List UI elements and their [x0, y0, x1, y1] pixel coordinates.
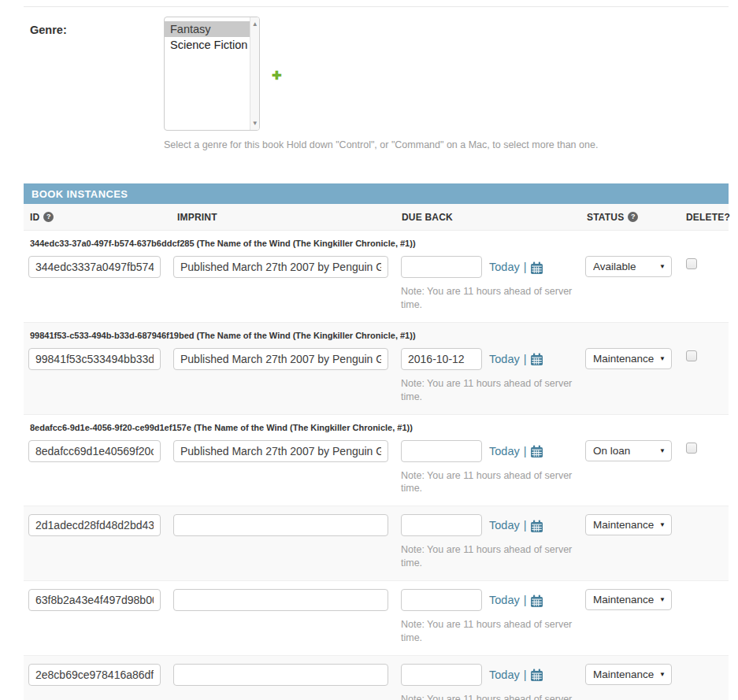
calendar-icon[interactable]: [530, 520, 544, 533]
status-select[interactable]: Maintenance: [585, 348, 672, 369]
pipe-separator: |: [524, 353, 527, 365]
due-back-input[interactable]: [401, 589, 482, 611]
delete-checkbox[interactable]: [686, 443, 697, 454]
timezone-note: Note: You are 11 hours ahead of server t…: [401, 469, 590, 496]
book-instance-row: 99841f53-c533-494b-b33d-687946f19bed (Th…: [24, 322, 729, 415]
section-divider: [24, 6, 729, 7]
genre-field-row: Genre: FantasyScience Fiction ▲ ▼ ✚: [24, 17, 729, 131]
pipe-separator: |: [524, 519, 527, 531]
status-select[interactable]: On loan: [585, 440, 672, 461]
today-link[interactable]: Today: [489, 669, 520, 681]
table-column-headers: ID ? IMPRINT DUE BACK STATUS ? DELETE?: [24, 204, 729, 231]
timezone-note: Note: You are 11 hours ahead of server t…: [401, 377, 590, 404]
book-instances-title: BOOK INSTANCES: [24, 183, 729, 204]
today-link[interactable]: Today: [489, 261, 520, 273]
imprint-input[interactable]: [173, 664, 388, 686]
id-input[interactable]: [28, 348, 161, 370]
instance-id-label: 99841f53-c533-494b-b33d-687946f19bed (Th…: [30, 331, 729, 340]
book-instances-section: BOOK INSTANCES ID ? IMPRINT DUE BACK STA…: [24, 183, 729, 700]
calendar-icon[interactable]: [530, 261, 544, 275]
due-back-input[interactable]: [401, 664, 482, 686]
genre-label: Genre:: [30, 24, 67, 36]
book-instance-row: Today |: [24, 655, 729, 700]
pipe-separator: |: [524, 445, 527, 457]
scroll-up-icon[interactable]: ▲: [252, 20, 258, 28]
genre-option[interactable]: Fantasy: [165, 21, 250, 37]
timezone-note: Note: You are 11 hours ahead of server t…: [401, 543, 590, 570]
book-instance-row: 8edafcc6-9d1e-4056-9f20-ce99d1ef157e (Th…: [24, 415, 729, 506]
book-instance-row: 344edc33-37a0-497f-b574-637b6ddcf285 (Th…: [24, 231, 729, 322]
column-header-status: STATUS ?: [581, 212, 683, 223]
imprint-input[interactable]: [173, 589, 388, 611]
id-input[interactable]: [28, 256, 161, 278]
imprint-input[interactable]: [173, 514, 388, 536]
today-link[interactable]: Today: [489, 594, 520, 606]
due-back-input[interactable]: [401, 514, 482, 536]
status-select[interactable]: Maintenance: [585, 514, 672, 535]
calendar-icon[interactable]: [530, 445, 544, 458]
column-header-id: ID ?: [24, 212, 169, 223]
scroll-down-icon[interactable]: ▼: [252, 120, 258, 127]
today-link[interactable]: Today: [489, 353, 520, 365]
status-help-icon[interactable]: ?: [628, 212, 638, 222]
status-select[interactable]: Maintenance: [585, 664, 672, 685]
calendar-icon[interactable]: [530, 594, 544, 608]
book-instance-row: Today |: [24, 581, 729, 655]
due-back-input[interactable]: [401, 440, 482, 462]
delete-checkbox[interactable]: [686, 350, 697, 361]
id-input[interactable]: [28, 440, 161, 462]
id-help-icon[interactable]: ?: [43, 212, 54, 222]
today-link[interactable]: Today: [489, 445, 520, 457]
pipe-separator: |: [524, 261, 527, 273]
status-select[interactable]: Available: [585, 256, 672, 277]
imprint-input[interactable]: [173, 440, 388, 462]
listbox-scrollbar[interactable]: ▲ ▼: [250, 17, 259, 130]
book-instance-row: Today |: [24, 506, 729, 581]
imprint-input[interactable]: [173, 348, 388, 370]
genre-help-text: Select a genre for this book Hold down "…: [164, 139, 729, 150]
today-link[interactable]: Today: [489, 519, 520, 531]
genre-option[interactable]: Science Fiction: [165, 37, 250, 53]
timezone-note: Note: You are 11 hours ahead of server t…: [401, 285, 590, 312]
column-header-due-back: DUE BACK: [397, 212, 581, 223]
id-input[interactable]: [28, 514, 161, 536]
due-back-input[interactable]: [401, 256, 482, 278]
id-input[interactable]: [28, 589, 161, 611]
timezone-note: Note: You are 11 hours ahead of server t…: [401, 693, 590, 700]
column-header-delete: DELETE?: [683, 212, 730, 223]
calendar-icon[interactable]: [530, 669, 544, 682]
due-back-input[interactable]: [401, 348, 482, 370]
column-header-imprint: IMPRINT: [169, 212, 397, 223]
delete-checkbox[interactable]: [686, 258, 697, 269]
calendar-icon[interactable]: [530, 353, 544, 366]
instance-id-label: 344edc33-37a0-497f-b574-637b6ddcf285 (Th…: [30, 239, 729, 248]
add-genre-icon[interactable]: ✚: [272, 69, 282, 131]
pipe-separator: |: [524, 669, 527, 681]
id-input[interactable]: [28, 664, 161, 686]
status-select[interactable]: Maintenance: [585, 589, 672, 610]
pipe-separator: |: [524, 594, 527, 606]
imprint-input[interactable]: [173, 256, 388, 278]
genre-multiselect[interactable]: FantasyScience Fiction ▲ ▼: [164, 17, 260, 131]
timezone-note: Note: You are 11 hours ahead of server t…: [401, 618, 590, 645]
instance-id-label: 8edafcc6-9d1e-4056-9f20-ce99d1ef157e (Th…: [30, 423, 729, 432]
